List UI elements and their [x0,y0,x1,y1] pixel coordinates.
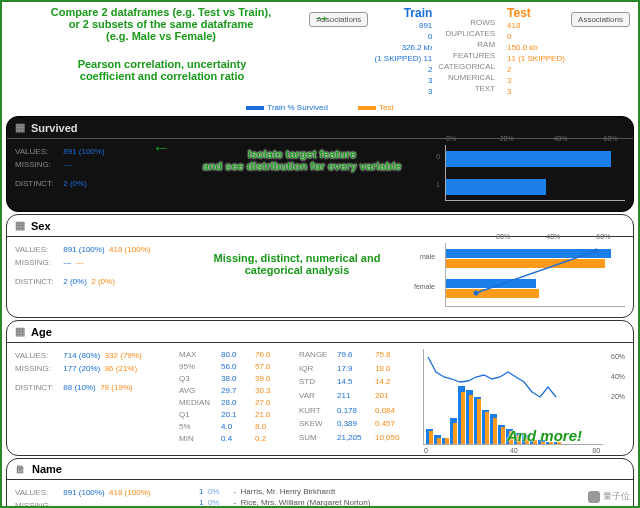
grid-icon: ▦ [15,325,25,338]
chart-survived: 0% 20% 40% 60% 0 1 [445,145,625,201]
numeric-stats-1: MAX80.076.095%56.057.0Q338.039.0AVG29.73… [179,349,285,445]
card-title: Name [32,463,62,475]
card-age: 2 ▦Age VALUES: 714 (80%) 332 (79%) MISSI… [6,320,634,456]
card-survived: ▦Survived VALUES: 891 (100%) MISSING: --… [6,116,634,212]
grid-icon: ▦ [15,121,25,134]
name-samples: - Harris, Mr. Henry Birkhardt - Rice, Mr… [233,486,370,508]
card-title: Age [31,326,52,338]
header: Associations Train 891 0 326.2 kb (1 SKI… [2,2,638,101]
chart-age: 60% 40% 20% 0 40 80 [423,349,603,445]
associations-button-left[interactable]: Associations [309,12,368,27]
grid-icon: ▦ [15,219,25,232]
associations-button-right[interactable]: Associations [571,12,630,27]
card-title: Sex [31,220,51,232]
train-title: Train [368,6,432,20]
watermark: 量子位 [588,490,630,503]
text-icon: 🗎 [15,463,26,475]
legend: Train % Survived Test [2,101,638,114]
test-title: Test [507,6,571,20]
stats-name: VALUES: 891 (100%) 418 (100%) MISSING: -… [15,486,185,508]
card-sex: 1 ▦Sex VALUES: 891 (100%) 418 (100%) MIS… [6,214,634,318]
stats-sex: VALUES: 891 (100%) 418 (100%) MISSING: -… [15,243,185,307]
name-counts: 1 0% 1 0% 1 0% 1 0% 1 0% [199,486,219,508]
stats-survived: VALUES: 891 (100%) MISSING: --- DISTINCT… [15,145,185,201]
stats-age: VALUES: 714 (80%) 332 (79%) MISSING: 177… [15,349,165,445]
chart-sex: 20% 40% 60% male female [445,243,625,307]
test-column: Test 418 0 150.0 kb 11 (1 SKIPPED) 2 3 3 [501,6,571,97]
watermark-icon [588,491,600,503]
card-name: 3 🗎Name VALUES: 891 (100%) 418 (100%) MI… [6,458,634,508]
metric-labels: ROWS DUPLICATES RAM FEATURES CATEGORICAL… [438,6,501,97]
train-column: Train 891 0 326.2 kb (1 SKIPPED) 11 2 3 … [368,6,438,97]
numeric-stats-2: RANGE79.675.8IQR17.918.0STD14.514.2VAR21… [299,349,409,445]
card-title: Survived [31,122,77,134]
